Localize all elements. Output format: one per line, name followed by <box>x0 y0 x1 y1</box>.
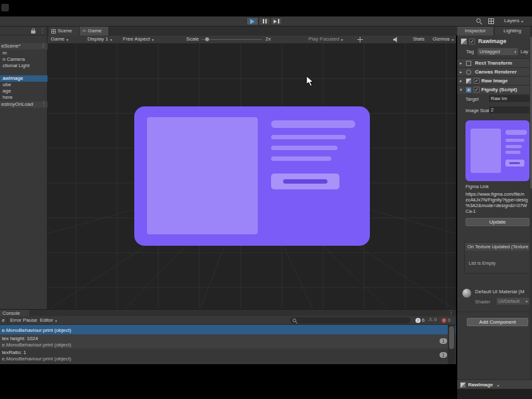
info-count[interactable]: ! 6 <box>415 317 424 324</box>
component-rect-transform[interactable]: ▸ Rect Transform <box>457 58 532 67</box>
display-dropdown[interactable]: Display 1 ▾ <box>87 36 112 42</box>
foldout-icon[interactable]: ▾ <box>460 87 462 92</box>
figma-link-line: %3A2&mode=design&t=07W <box>466 203 527 208</box>
figma-link-line: https://www.figma.com/file/n <box>466 191 524 197</box>
grid-icon[interactable] <box>488 18 494 24</box>
object-name[interactable]: RawImage <box>478 38 507 45</box>
inspector-scrollbar[interactable] <box>529 35 532 379</box>
thumb-text-bar <box>505 139 524 142</box>
rect-transform-icon <box>466 61 471 66</box>
editor-dropdown[interactable]: Editor ▾ <box>40 317 57 324</box>
enabled-checkbox[interactable]: ✓ <box>474 78 479 84</box>
thumb-button <box>505 160 524 167</box>
lock-icon[interactable] <box>31 30 35 34</box>
foldout-icon[interactable]: ▸ <box>460 70 462 75</box>
console-scrollbar[interactable] <box>448 325 455 364</box>
aspect-dropdown-label: Free Aspect <box>123 36 150 42</box>
scene-name: eScene* <box>1 43 20 49</box>
card-text-bar <box>271 146 338 150</box>
search-icon[interactable] <box>476 18 483 25</box>
gizmos-label: Gizmos <box>433 36 450 42</box>
event-header: On Texture Updated (Texture <box>465 243 530 251</box>
scale-slider-track[interactable] <box>201 39 262 40</box>
kebab-icon[interactable]: ⋮ <box>448 310 453 315</box>
tag-dropdown[interactable]: Untagged ▾ <box>478 48 518 55</box>
inspector-scrollbar-thumb[interactable] <box>530 37 532 189</box>
shader-dropdown[interactable]: UI/Default ▾ <box>497 298 529 305</box>
log-entry-selected[interactable]: e.MonoBehaviour:print (object) <box>0 325 456 334</box>
flare-icon[interactable] <box>357 37 363 42</box>
console-search-input[interactable] <box>290 317 410 324</box>
error-pause-button[interactable]: Error Pause <box>10 317 37 324</box>
material-name: Default UI Material (M <box>475 289 524 295</box>
console-tab-bar: Console ⋮ <box>0 309 456 316</box>
component-canvas-renderer[interactable]: ▸ Canvas Renderer <box>457 67 532 76</box>
tab-inspector[interactable]: Inspector <box>457 27 493 35</box>
hierarchy-item-selected[interactable]: awImage <box>0 75 48 82</box>
log-entry[interactable]: tex height: 1024 e.MonoBehaviour:print (… <box>0 334 456 348</box>
tab-lighting[interactable]: Lighting <box>495 27 530 35</box>
lighting-tab-label: Lighting <box>504 28 521 34</box>
mute-audio-icon[interactable] <box>393 37 399 42</box>
hierarchy-item[interactable]: here <box>3 94 13 101</box>
enabled-checkbox[interactable]: ✓ <box>474 87 479 92</box>
play-button[interactable] <box>246 17 258 25</box>
preview-header-bar[interactable]: RawImage ▾ <box>457 379 532 389</box>
log-message-line: tex height: 1024 <box>2 336 38 342</box>
error-count[interactable]: ! 0 <box>441 317 450 324</box>
game-view[interactable] <box>48 44 456 310</box>
add-component-button[interactable]: Add Component <box>467 318 528 326</box>
image-scale-field[interactable]: 2 <box>489 106 529 113</box>
component-fignity[interactable]: ▾ # ✓ Fignity (Script) <box>457 85 532 94</box>
collapse-button[interactable]: e <box>2 317 4 324</box>
shader-label: Shader <box>475 299 490 305</box>
foldout-icon[interactable]: ▸ <box>460 79 462 84</box>
console-log-list: e.MonoBehaviour:print (object) tex heigh… <box>0 325 456 364</box>
scale-slider-knob[interactable] <box>205 37 209 41</box>
script-icon: # <box>466 87 471 92</box>
tab-game[interactable]: ∞ Game <box>80 27 108 35</box>
play-focused-dropdown[interactable]: Play Focused ▾ <box>308 36 343 42</box>
component-raw-image[interactable]: ▸ ✓ Raw Image <box>457 76 532 85</box>
active-checkbox[interactable]: ✓ <box>469 39 475 44</box>
dontdestroy-header-row[interactable]: estroyOnLoad ⋮ <box>0 101 48 108</box>
scene-header-row[interactable]: eScene* ⋮ <box>0 43 48 49</box>
log-message-line: texRatio: 1 <box>2 350 26 356</box>
hierarchy-item[interactable]: ube <box>3 82 11 88</box>
dontdestroy-label: estroyOnLoad <box>1 101 33 108</box>
card-image-panel <box>147 117 258 234</box>
tab-scene[interactable]: Scene <box>49 27 79 35</box>
kebab-icon[interactable]: ⋮ <box>41 42 46 48</box>
hierarchy-item[interactable]: n Camera <box>3 56 25 63</box>
shader-value: UI/Default <box>498 298 519 304</box>
hierarchy-item[interactable]: m <box>3 50 7 56</box>
hierarchy-item[interactable]: age <box>3 88 11 94</box>
card-text-bar <box>271 156 331 161</box>
aspect-dropdown[interactable]: Free Aspect ▾ <box>123 36 154 42</box>
window-icon <box>1 4 9 11</box>
scene-icon <box>51 29 56 34</box>
figma-link-line: Ca-1 <box>466 208 476 214</box>
card-text-bar <box>271 135 346 139</box>
stats-toggle[interactable]: Stats <box>413 36 424 42</box>
kebab-icon[interactable]: ⋮ <box>40 28 45 34</box>
update-button[interactable]: Update <box>466 218 529 226</box>
inspector-tab-strip: Inspector Lighting <box>456 27 532 35</box>
event-empty-label: List is Empty <box>469 260 496 266</box>
hierarchy-item[interactable]: ctional Light <box>3 63 30 69</box>
layers-dropdown[interactable]: Layers ▾ <box>504 18 523 24</box>
console-scrollbar-thumb[interactable] <box>449 326 454 349</box>
log-entry[interactable]: texRatio: 1 e.MonoBehaviour:print (objec… <box>0 348 456 362</box>
chevron-down-icon: ▾ <box>66 37 68 42</box>
target-object-field[interactable]: Raw Im <box>489 95 529 102</box>
chevron-down-icon: ▾ <box>110 37 112 42</box>
game-dropdown[interactable]: Game ▾ <box>51 36 68 42</box>
kebab-icon[interactable]: ⋮ <box>41 101 46 106</box>
inspector-tab-label: Inspector <box>465 28 486 34</box>
warning-count[interactable]: ⚠ 0 <box>428 317 437 323</box>
pause-button[interactable] <box>258 17 270 25</box>
foldout-icon[interactable]: ▸ <box>460 61 462 66</box>
warning-count-value: 0 <box>434 317 436 323</box>
step-button[interactable] <box>270 17 282 25</box>
gizmos-dropdown[interactable]: Gizmos ▾ <box>433 36 453 42</box>
